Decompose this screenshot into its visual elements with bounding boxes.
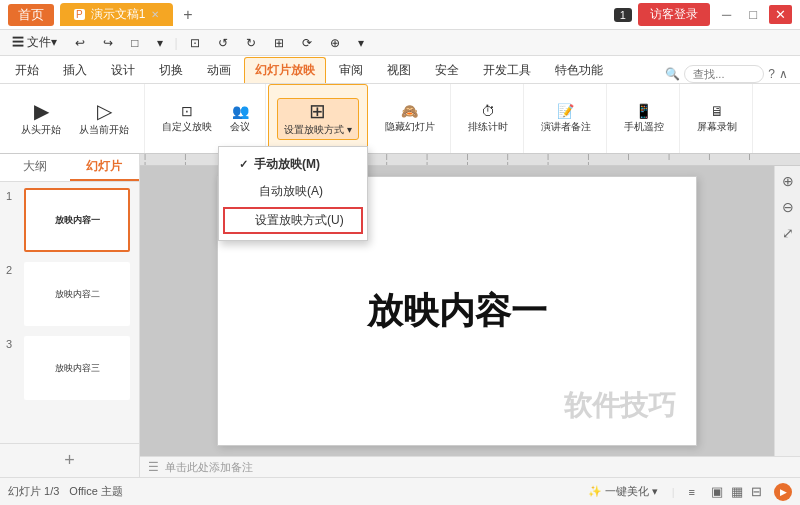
menu-icon3[interactable]: ↻	[238, 34, 264, 52]
record-screen-button[interactable]: 🖥 屏幕录制	[690, 101, 744, 137]
notes-bar[interactable]: ☰ 单击此处添加备注	[140, 456, 800, 477]
tab-review[interactable]: 审阅	[328, 57, 374, 83]
view-slide-button[interactable]: ▦	[729, 483, 745, 500]
hide-slide-label: 隐藏幻灯片	[385, 120, 435, 134]
tab-transition[interactable]: 切换	[148, 57, 194, 83]
right-toolbar: ⊕ ⊖ ⤢	[774, 166, 800, 456]
tab-developer[interactable]: 开发工具	[472, 57, 542, 83]
document-tab[interactable]: P 演示文稿1 ✕	[60, 3, 173, 26]
play-from-start-button[interactable]: ▶ 从头开始	[14, 98, 68, 140]
play-current-icon: ▷	[97, 101, 112, 121]
hide-slide-button[interactable]: 🙈 隐藏幻灯片	[378, 101, 442, 137]
slide-thumb-text-2: 放映内容二	[55, 288, 100, 301]
sidebar-tab-outline[interactable]: 大纲	[0, 154, 70, 181]
view-normal-button[interactable]: ▣	[709, 483, 725, 500]
menu-icon7[interactable]: ▾	[350, 34, 372, 52]
login-button[interactable]: 访客登录	[638, 3, 710, 26]
remote-label: 手机遥控	[624, 120, 664, 134]
play-from-current-button[interactable]: ▷ 从当前开始	[72, 98, 136, 140]
dropdown-item-setup[interactable]: 设置放映方式(U)	[223, 207, 363, 234]
close-tab-icon[interactable]: ✕	[151, 9, 159, 20]
slides-list: 1 放映内容一 2 放映内容二 3 放映内容三	[0, 182, 139, 443]
search-input[interactable]	[684, 65, 764, 83]
notes-icon: 📝	[557, 104, 574, 118]
sidebar: 大纲 幻灯片 1 放映内容一 2 放映内容二 3 放映内容三	[0, 154, 140, 477]
record-label: 屏幕录制	[697, 120, 737, 134]
tab-design[interactable]: 设计	[100, 57, 146, 83]
setup-mode-label: 设置放映方式(U)	[255, 212, 344, 229]
ribbon-group-custom: ⊡ 自定义放映 👥 会议	[147, 84, 266, 153]
ribbon-group-setup: ⊞ 设置放映方式 ▾	[268, 84, 368, 153]
menu-redo[interactable]: ↪	[95, 34, 121, 52]
custom-show-button[interactable]: ⊡ 自定义放映	[155, 101, 219, 137]
beautify-button[interactable]: ✨ 一键美化 ▾	[584, 482, 662, 501]
view-grid-button[interactable]: ⊟	[749, 483, 764, 500]
help-icon[interactable]: ?	[768, 67, 775, 81]
doc-icon: P	[74, 9, 85, 20]
rehearse-label: 排练计时	[468, 120, 508, 134]
home-button[interactable]: 首页	[8, 4, 54, 26]
right-tool-3[interactable]: ⤢	[780, 222, 796, 244]
slide-item-3[interactable]: 3 放映内容三	[4, 334, 135, 402]
notes-label: 演讲者备注	[541, 120, 591, 134]
play-start-label: 从头开始	[21, 123, 61, 137]
setup-show-icon: ⊞	[309, 101, 326, 121]
slide-item-2[interactable]: 2 放映内容二	[4, 260, 135, 328]
remote-icon: 📱	[635, 104, 652, 118]
menu-undo[interactable]: ↩	[67, 34, 93, 52]
play-button[interactable]: ▶	[774, 483, 792, 501]
remote-button[interactable]: 📱 手机遥控	[617, 101, 671, 137]
menu-arrow-down[interactable]: ▾	[149, 34, 171, 52]
slide-item-1[interactable]: 1 放映内容一	[4, 186, 135, 254]
tab-start[interactable]: 开始	[4, 57, 50, 83]
tab-slideshow[interactable]: 幻灯片放映	[244, 57, 326, 83]
divider1: |	[672, 486, 675, 498]
menu-file[interactable]: ☰ 文件▾	[4, 32, 65, 53]
add-slide-button[interactable]: +	[64, 450, 75, 471]
tab-security[interactable]: 安全	[424, 57, 470, 83]
check-icon: ✓	[239, 158, 248, 171]
layout-button[interactable]: ≡	[685, 484, 699, 500]
right-tool-1[interactable]: ⊕	[780, 170, 796, 192]
notes-placeholder: 单击此处添加备注	[165, 460, 253, 475]
slide-thumb-1[interactable]: 放映内容一	[24, 188, 130, 252]
dropdown-menu: ✓ 手动放映(M) 自动放映(A) 设置放映方式(U)	[218, 146, 368, 241]
menu-icon4[interactable]: ⊞	[266, 34, 292, 52]
rehearse-button[interactable]: ⏱ 排练计时	[461, 101, 515, 137]
meeting-icon: 👥	[232, 104, 249, 118]
menu-icon2[interactable]: ↺	[210, 34, 236, 52]
chevron-up-icon[interactable]: ∧	[779, 67, 788, 81]
slide-thumb-text-3: 放映内容三	[55, 362, 100, 375]
menu-format[interactable]: □	[123, 34, 146, 52]
main-area: 大纲 幻灯片 1 放映内容一 2 放映内容二 3 放映内容三	[0, 154, 800, 477]
custom-show-icon: ⊡	[181, 104, 193, 118]
setup-show-button[interactable]: ⊞ 设置放映方式 ▾	[277, 98, 359, 140]
menu-icon6[interactable]: ⊕	[322, 34, 348, 52]
close-button[interactable]: ✕	[769, 5, 792, 24]
menu-icon5[interactable]: ⟳	[294, 34, 320, 52]
add-tab-button[interactable]: +	[183, 6, 192, 24]
ribbon-group-hide: 🙈 隐藏幻灯片	[370, 84, 451, 153]
tab-view[interactable]: 视图	[376, 57, 422, 83]
maximize-button[interactable]: □	[743, 5, 763, 24]
menu-icon1[interactable]: ⊡	[182, 34, 208, 52]
meeting-button[interactable]: 👥 会议	[223, 101, 257, 137]
manual-play-label: 手动放映(M)	[254, 156, 320, 173]
tab-insert[interactable]: 插入	[52, 57, 98, 83]
meeting-label: 会议	[230, 120, 250, 134]
slide-thumb-2[interactable]: 放映内容二	[24, 262, 130, 326]
dropdown-item-manual[interactable]: ✓ 手动放映(M)	[219, 151, 367, 178]
record-icon: 🖥	[710, 104, 724, 118]
minimize-button[interactable]: ─	[716, 5, 737, 24]
right-tool-2[interactable]: ⊖	[780, 196, 796, 218]
sidebar-tab-slides[interactable]: 幻灯片	[70, 154, 140, 181]
slide-num-2: 2	[6, 262, 20, 276]
tab-special[interactable]: 特色功能	[544, 57, 614, 83]
slide-num-3: 3	[6, 336, 20, 350]
tab-animation[interactable]: 动画	[196, 57, 242, 83]
speaker-notes-button[interactable]: 📝 演讲者备注	[534, 101, 598, 137]
slide-thumb-3[interactable]: 放映内容三	[24, 336, 130, 400]
custom-show-label: 自定义放映	[162, 120, 212, 134]
dropdown-item-auto[interactable]: 自动放映(A)	[219, 178, 367, 205]
ribbon-group-notes: 📝 演讲者备注	[526, 84, 607, 153]
